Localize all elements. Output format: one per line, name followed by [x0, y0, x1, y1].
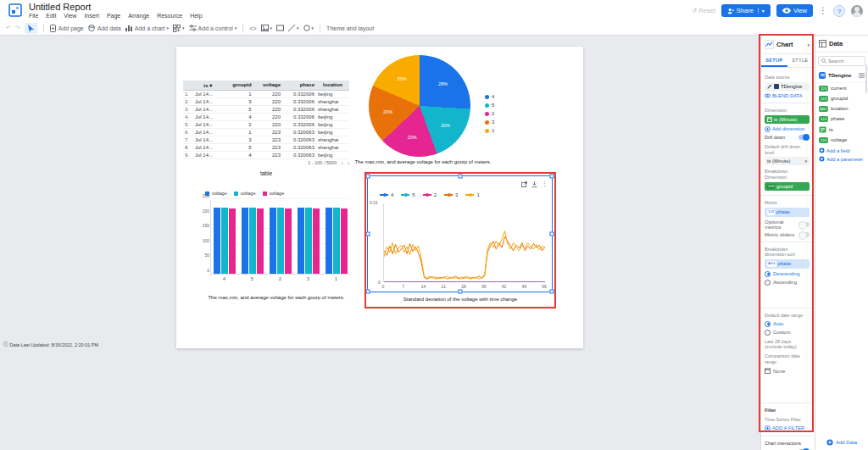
selection-handle[interactable]	[458, 175, 462, 179]
pie-chart[interactable]: 28%20%20%20%20% 45231	[366, 53, 544, 164]
avatar[interactable]	[851, 5, 863, 17]
legend-item[interactable]: 5	[485, 103, 494, 108]
bar[interactable]	[313, 208, 320, 274]
more-options-icon[interactable]: ⋮	[819, 6, 827, 15]
tab-setup[interactable]: SETUP	[761, 54, 787, 67]
menu-help[interactable]: Help	[190, 13, 202, 19]
sort-ascending-option[interactable]: Ascending	[765, 280, 810, 286]
bar[interactable]	[341, 208, 348, 274]
table-row[interactable]: 5.Jul 14...22200.332006beijing	[183, 120, 349, 128]
legend-item[interactable]: 2	[485, 111, 494, 116]
image-button[interactable]: ▾	[261, 25, 273, 31]
field-location[interactable]: ABClocation	[815, 103, 868, 114]
radio-auto[interactable]	[765, 321, 771, 327]
menu-insert[interactable]: Insert	[84, 13, 99, 19]
search-input[interactable]: Search	[818, 56, 865, 66]
bar[interactable]	[257, 208, 264, 274]
sort-descending-option[interactable]: Descending	[765, 271, 810, 277]
reset-button[interactable]: ↺ Reset	[692, 7, 715, 14]
menu-resource[interactable]: Resource	[157, 13, 182, 19]
add-chart-button[interactable]: Add a chart▾	[125, 25, 169, 31]
menu-file[interactable]: File	[29, 13, 38, 19]
field-current[interactable]: 123current	[815, 83, 868, 93]
chart-more-icon[interactable]: ⋮	[542, 181, 548, 187]
open-in-new-icon[interactable]	[521, 181, 527, 187]
optional-metrics-toggle[interactable]	[798, 222, 810, 227]
shape-rect-button[interactable]	[276, 25, 284, 31]
radio-ascending[interactable]	[765, 280, 771, 286]
blend-data-link[interactable]: BLEND DATA	[765, 93, 810, 98]
col-header-voltage[interactable]: voltage	[253, 81, 282, 90]
bar[interactable]	[242, 208, 248, 274]
field-list-icon[interactable]	[859, 73, 865, 78]
comparison-date-range[interactable]: None	[765, 368, 810, 374]
community-viz-button[interactable]: ▾	[173, 25, 185, 32]
add-parameter-link[interactable]: Add a parameter	[815, 156, 868, 162]
menu-page[interactable]: Page	[107, 13, 120, 19]
field-groupid[interactable]: 123groupid	[815, 93, 868, 103]
bar[interactable]	[229, 208, 236, 274]
default-drill-select[interactable]: ts (Minute)▾	[765, 157, 810, 165]
embed-button[interactable]: <>	[249, 25, 256, 31]
selection-handle[interactable]	[366, 175, 370, 179]
data-source-row[interactable]: TDengine	[815, 69, 868, 83]
legend-item[interactable]: 1	[485, 128, 494, 133]
pie-plot[interactable]: 28%20%20%20%20%	[369, 55, 470, 157]
shape-circle-button[interactable]: ▾	[303, 25, 314, 31]
table-row[interactable]: 2.Jul 14...32200.332006shanghai	[183, 97, 349, 105]
radio-descending[interactable]	[765, 271, 771, 277]
bar[interactable]	[221, 208, 228, 274]
legend-item[interactable]: 2	[423, 192, 437, 197]
bar[interactable]	[277, 208, 284, 274]
metric-sliders-toggle[interactable]	[798, 232, 810, 237]
add-data-button[interactable]: Add Data	[815, 439, 868, 446]
table-row[interactable]: 7.Jul 14...32230.320063shanghai	[183, 136, 349, 143]
line-chart[interactable]: ⋮ 45231 0.01 0 0714212835424956 Standard…	[370, 180, 551, 305]
view-button[interactable]: View	[776, 4, 813, 17]
legend-item[interactable]: 4	[485, 94, 494, 99]
col-header-phase[interactable]: phase	[282, 81, 316, 90]
bar[interactable]	[249, 208, 256, 274]
table-row[interactable]: 6.Jul 14...12230.320063beijing	[183, 128, 349, 136]
field-phase[interactable]: 123phase	[815, 114, 868, 124]
date-auto-option[interactable]: Auto	[765, 321, 810, 327]
menu-arrange[interactable]: Arrange	[128, 13, 149, 19]
table-row[interactable]: 3.Jul 14...52200.332006shanghai	[183, 105, 349, 113]
scrollbar[interactable]	[865, 64, 867, 93]
table-row[interactable]: 9.Jul 14...42230.320063beijing	[183, 151, 349, 158]
data-source-chip[interactable]: TDengine	[765, 82, 810, 91]
bar[interactable]	[298, 208, 304, 274]
add-page-button[interactable]: Add page	[50, 25, 84, 32]
bar[interactable]	[305, 208, 312, 274]
theme-layout-button[interactable]: Theme and layout	[326, 25, 374, 31]
bar-group[interactable]	[294, 200, 322, 274]
breakdown-dimension-chip[interactable]: 123 groupid	[765, 182, 810, 191]
share-button[interactable]: Share ▾	[721, 4, 771, 17]
download-icon[interactable]	[531, 181, 537, 187]
report-page[interactable]: ts ▾groupidvoltagephaselocation 1.Jul 14…	[176, 47, 583, 348]
bar-group[interactable]	[239, 200, 267, 274]
bar[interactable]	[333, 208, 340, 274]
sort-field-chip[interactable]: AVG phase	[765, 259, 810, 268]
menu-view[interactable]: View	[64, 13, 76, 19]
field-ts[interactable]: ts	[815, 124, 868, 135]
tab-style[interactable]: STYLE	[787, 54, 814, 67]
table-row[interactable]: 4.Jul 14...42200.332006beijing	[183, 113, 349, 120]
menu-edit[interactable]: Edit	[46, 13, 56, 19]
bar[interactable]	[270, 208, 276, 274]
legend-item[interactable]: 5	[401, 192, 415, 197]
legend-item[interactable]: 3	[444, 192, 458, 197]
drill-down-toggle[interactable]	[798, 135, 810, 140]
add-field-link[interactable]: Add a field	[815, 147, 868, 153]
bar-group[interactable]	[211, 200, 239, 274]
help-icon[interactable]: ?	[833, 5, 845, 17]
share-dropdown[interactable]: ▾	[758, 8, 765, 14]
add-dimension-link[interactable]: Add dimension	[765, 126, 810, 132]
legend-item[interactable]: voltage	[263, 191, 285, 196]
add-control-button[interactable]: Add a control▾	[189, 25, 237, 31]
table-row[interactable]: 1.Jul 14...12200.332006beijing	[183, 90, 349, 97]
pencil-icon[interactable]	[767, 84, 772, 89]
legend-item[interactable]: 3	[485, 119, 494, 125]
canvas[interactable]: ts ▾groupidvoltagephaselocation 1.Jul 14…	[0, 36, 760, 450]
bar[interactable]	[285, 208, 292, 274]
